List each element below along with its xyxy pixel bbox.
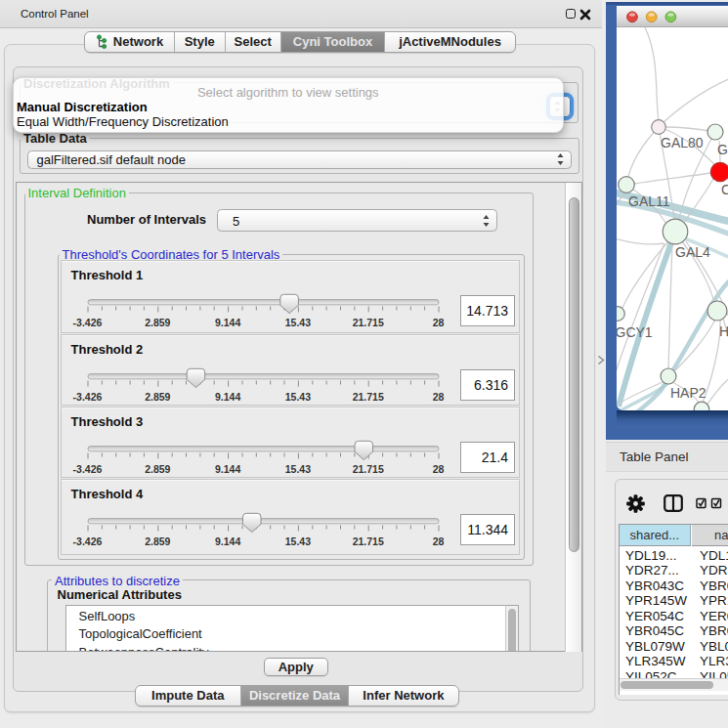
svg-text:GAL4: GAL4 xyxy=(675,244,710,260)
svg-text:GCY1: GCY1 xyxy=(616,324,653,340)
svg-text:C: C xyxy=(721,182,728,197)
svg-text:GAL11: GAL11 xyxy=(628,193,670,209)
svg-text:H: H xyxy=(719,323,728,339)
svg-text:GA: GA xyxy=(717,142,728,157)
svg-text:GAL80: GAL80 xyxy=(661,135,704,150)
svg-text:HAP2: HAP2 xyxy=(670,385,707,401)
